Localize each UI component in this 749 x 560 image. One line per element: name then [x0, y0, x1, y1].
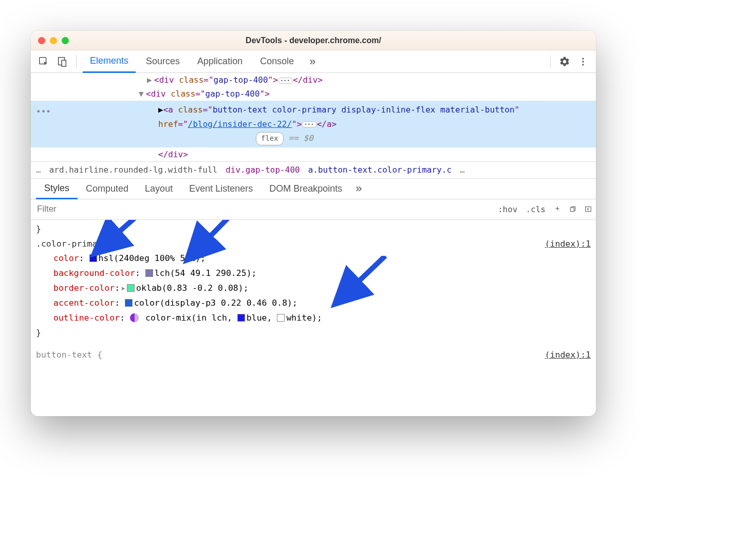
dom-node-expanded[interactable]: ▼<div class="gap-top-400">	[31, 87, 596, 101]
prop-outline-color[interactable]: outline-color: color-mix(in lch, blue, w…	[36, 311, 591, 326]
color-swatch[interactable]	[237, 314, 245, 322]
svg-rect-2	[62, 60, 66, 66]
more-tabs-button[interactable]: »	[304, 55, 321, 68]
settings-gear-icon[interactable]	[557, 54, 572, 69]
kebab-menu-icon[interactable]	[575, 54, 591, 69]
more-styles-tabs-button[interactable]: »	[350, 182, 367, 195]
svg-point-5	[582, 64, 584, 65]
styles-filter-input[interactable]	[31, 199, 494, 219]
expand-dots-icon[interactable]: •••	[278, 78, 293, 84]
prop-border-color[interactable]: border-color:▸oklab(0.83 -0.2 0.08);	[36, 281, 591, 296]
dom-node-selected[interactable]: ••• ▶<a class="button-text color-primary…	[31, 101, 596, 147]
minimize-window-button[interactable]	[50, 37, 57, 44]
flex-badge[interactable]: flex	[256, 132, 284, 145]
color-swatch[interactable]	[145, 269, 153, 277]
color-swatch[interactable]	[125, 299, 133, 307]
close-window-button[interactable]	[38, 37, 45, 44]
source-link[interactable]: (index):1	[545, 237, 591, 252]
dollar-zero-hint: == $0	[289, 133, 313, 143]
expand-dots-icon[interactable]: •••	[302, 121, 316, 127]
devtools-window: DevTools - developer.chrome.com/ Element…	[31, 31, 596, 416]
rule-close-brace: }	[36, 326, 591, 341]
prop-accent-color[interactable]: accent-color: color(display-p3 0.22 0.46…	[36, 296, 591, 311]
traffic-lights	[38, 37, 69, 44]
breadcrumbs: … ard.hairline.rounded-lg.width-full div…	[31, 161, 596, 179]
rule-header[interactable]: .color-primary { (index):1	[36, 237, 591, 252]
breadcrumb-overflow-right[interactable]: …	[460, 165, 465, 175]
dom-closing-tag[interactable]: </div>	[31, 147, 596, 161]
color-swatch[interactable]	[277, 314, 285, 322]
zoom-window-button[interactable]	[62, 37, 69, 44]
titlebar: DevTools - developer.chrome.com/	[31, 31, 596, 50]
styles-tabbar: Styles Computed Layout Event Listeners D…	[31, 179, 596, 199]
color-swatch[interactable]	[89, 254, 97, 262]
shorthand-expand-icon[interactable]: ▸	[121, 283, 126, 293]
rule-close-brace: }	[36, 222, 591, 237]
divider	[550, 55, 551, 68]
breadcrumb-overflow-left[interactable]: …	[36, 165, 41, 175]
styles-filter-bar: :hov .cls	[31, 199, 596, 220]
cls-toggle[interactable]: .cls	[521, 199, 550, 219]
tab-sources[interactable]: Sources	[139, 50, 187, 73]
prop-background-color[interactable]: background-color: lch(54 49.1 290.25);	[36, 266, 591, 281]
tab-elements[interactable]: Elements	[83, 50, 136, 73]
hov-toggle[interactable]: :hov	[494, 199, 522, 219]
gutter-dots-icon: •••	[36, 105, 51, 119]
color-mix-swatch[interactable]	[130, 313, 139, 322]
color-swatch[interactable]	[127, 284, 135, 292]
dom-node-collapsed[interactable]: ▶<div class="gap-top-400">•••></div></di…	[31, 73, 596, 87]
svg-point-3	[582, 58, 584, 59]
svg-point-4	[582, 61, 584, 62]
breadcrumb-item[interactable]: ard.hairline.rounded-lg.width-full	[49, 165, 218, 175]
svg-point-8	[558, 211, 559, 211]
copy-styles-icon[interactable]	[565, 199, 581, 219]
styles-rules[interactable]: } .color-primary { (index):1 color: hsl(…	[31, 220, 596, 416]
truncated-rule: button-text { (index):1	[36, 348, 591, 363]
device-toolbar-icon[interactable]	[54, 54, 70, 69]
styles-tab-event-listeners[interactable]: Event Listeners	[181, 178, 261, 199]
svg-rect-10	[586, 207, 591, 212]
prop-color[interactable]: color: hsl(240deg 100% 50%);	[36, 251, 591, 266]
window-title: DevTools - developer.chrome.com/	[31, 36, 596, 45]
divider	[76, 55, 77, 68]
source-link[interactable]: (index):1	[545, 348, 591, 363]
breadcrumb-item-selected[interactable]: a.button-text.color-primary.c	[308, 165, 452, 175]
main-toolbar: Elements Sources Application Console »	[31, 50, 596, 73]
computed-toggle-icon[interactable]	[581, 199, 596, 219]
styles-tab-styles[interactable]: Styles	[36, 179, 78, 199]
svg-rect-9	[570, 208, 574, 212]
inspect-element-icon[interactable]	[36, 54, 51, 69]
tab-console[interactable]: Console	[253, 50, 301, 73]
breadcrumb-item[interactable]: div.gap-top-400	[226, 165, 300, 175]
styles-tab-dom-breakpoints[interactable]: DOM Breakpoints	[261, 178, 350, 199]
dom-tree[interactable]: ▶<div class="gap-top-400">•••></div></di…	[31, 73, 596, 161]
tab-application[interactable]: Application	[190, 50, 250, 73]
styles-tab-layout[interactable]: Layout	[137, 178, 181, 199]
styles-tab-computed[interactable]: Computed	[78, 178, 137, 199]
new-rule-plus-icon[interactable]	[550, 199, 565, 219]
